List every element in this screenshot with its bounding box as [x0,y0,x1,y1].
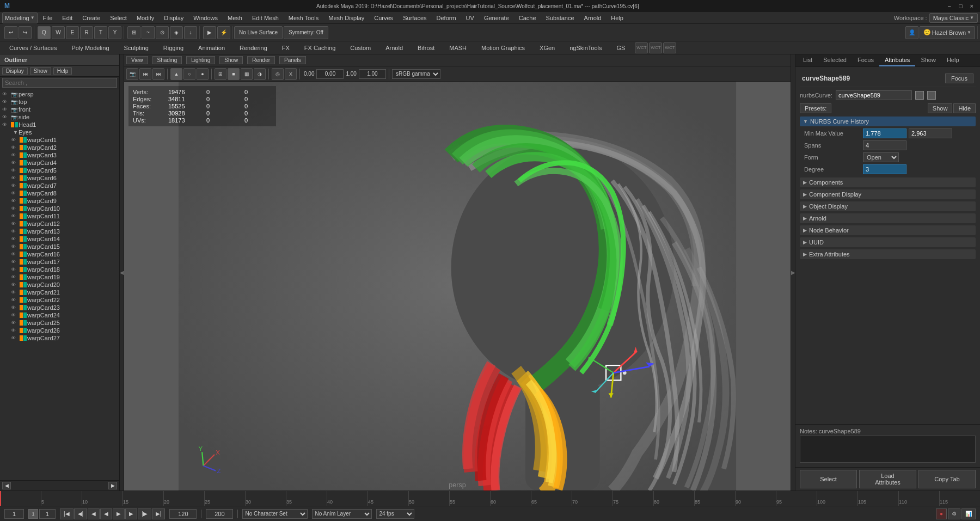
menu-mesh-display[interactable]: Mesh Display [324,14,369,22]
rpt-show[interactable]: Show [915,54,941,66]
tree-item-warpcard26[interactable]: 👁 warpCard26 [0,327,119,334]
play-fwd-btn[interactable]: ▶ [125,508,137,519]
view-menu[interactable]: View [126,56,148,64]
camera-tools-btn[interactable]: 👤 [905,26,918,39]
tab-gs[interactable]: GS [610,42,633,53]
tree-item-persp[interactable]: 👁 📷 persp [0,90,119,98]
menu-edit[interactable]: Edit [58,14,77,22]
tree-item-warpcard11[interactable]: 👁 warpCard11 [0,212,119,220]
tree-item-warpcard7[interactable]: 👁 warpCard7 [0,182,119,189]
tab-arnold[interactable]: Arnold [378,42,410,53]
step-fwd-btn[interactable]: |▶ [138,508,151,519]
notes-textarea[interactable] [800,436,976,463]
tab-rendering[interactable]: Rendering [232,42,274,53]
tree-item-warpcard25[interactable]: 👁 warpCard25 [0,319,119,327]
go-to-start-btn[interactable]: |◀ [60,508,74,519]
close-btn[interactable]: × [968,3,976,9]
menu-mesh[interactable]: Mesh [223,14,247,22]
universal-tool-btn[interactable]: T [94,26,107,39]
point-snap-btn[interactable]: ⊙ [156,26,169,39]
tree-item-warpcard18[interactable]: 👁 warpCard18 [0,266,119,273]
status-icon-2[interactable]: 📊 [961,508,976,519]
tree-item-warpcard27[interactable]: 👁 warpCard27 [0,334,119,342]
no-live-surface-btn[interactable]: No Live Surface [234,26,283,39]
rpt-help[interactable]: Help [941,54,965,66]
rpt-list[interactable]: List [798,54,818,66]
next-frame-btn[interactable]: ▶ [113,508,125,519]
tree-item-front[interactable]: 👁 📷 front [0,106,119,113]
tab-animation[interactable]: Animation [191,42,232,53]
min-value-input[interactable] [863,128,906,138]
play-back-btn[interactable]: ◀ [88,508,100,519]
show-menu[interactable]: Show [219,56,243,64]
redo-btn[interactable]: ↪ [19,26,32,39]
select-button[interactable]: Select [800,470,857,488]
vt-xray-btn[interactable]: X [285,68,297,80]
viewport-canvas[interactable]: X Y Z persp Verts: 19476 0 0 Edg [124,82,791,491]
panels-menu[interactable]: Panels [279,56,306,64]
hide-button[interactable]: Hide [953,103,976,113]
workspace-selector[interactable]: Maya Classic ▼ [929,13,978,23]
vt-camera-btn[interactable]: 📷 [126,68,138,80]
tree-item-warpcard8[interactable]: 👁 warpCard8 [0,189,119,197]
tree-item-warpcard23[interactable]: 👁 warpCard23 [0,304,119,311]
tree-item-side[interactable]: 👁 📷 side [0,113,119,121]
vt-texture-btn[interactable]: ▦ [241,68,253,80]
scale-tool-btn[interactable]: R [80,26,93,39]
menu-substance[interactable]: Substance [542,14,579,22]
menu-display[interactable]: Display [160,14,188,22]
status-icon-1[interactable]: ⚙ [948,508,960,519]
tree-item-head1[interactable]: 👁 Head1 [0,121,119,128]
render-menu[interactable]: Render [247,56,275,64]
vt-lasso-btn[interactable]: ○ [183,68,195,80]
show-button[interactable]: Show [928,103,953,113]
anim-layer-select[interactable]: No Anim Layer [312,509,372,519]
menu-help[interactable]: Help [607,14,628,22]
vt-wireframe-btn[interactable]: ⊞ [215,68,226,80]
scroll-left-btn[interactable]: ◀ [2,482,11,489]
live-snap-btn[interactable]: ↓ [184,26,197,39]
playback-end-input[interactable] [169,509,197,519]
right-panel-collapse[interactable]: ▶ [791,54,795,491]
tab-poly-modeling[interactable]: Poly Modeling [64,42,116,53]
tree-item-warpcard13[interactable]: 👁 warpCard13 [0,228,119,235]
character-set-select[interactable]: No Character Set [242,509,308,519]
degree-input[interactable] [863,164,906,174]
tree-item-top[interactable]: 👁 📷 top [0,98,119,106]
minimize-btn[interactable]: − [945,3,953,9]
tree-item-warpcard1[interactable]: 👁 warpCard1 [0,136,119,144]
tree-item-warpcard3[interactable]: 👁 warpCard3 [0,151,119,159]
tree-item-warpcard15[interactable]: 👁 warpCard15 [0,243,119,250]
copy-tab-button[interactable]: Copy Tab [918,470,976,488]
tree-item-warpcard14[interactable]: 👁 warpCard14 [0,235,119,243]
rpt-selected[interactable]: Selected [818,54,852,66]
autokey-btn[interactable]: ● [936,508,947,519]
prev-frame-btn[interactable]: ◀ [100,508,112,519]
playback-start-input[interactable] [39,509,56,519]
focus-button[interactable]: Focus [945,73,973,83]
tab-rigging[interactable]: Rigging [156,42,191,53]
menu-edit-mesh[interactable]: Edit Mesh [248,14,283,22]
symmetry-btn[interactable]: Symmetry: Off [284,26,328,39]
extra-attributes-header[interactable]: ▶ Extra Attributes [800,249,976,259]
tree-item-warpcard10[interactable]: 👁 warpCard10 [0,205,119,212]
tab-ngskintools[interactable]: ngSkinTools [562,42,609,53]
ipr-btn[interactable]: ⚡ [217,26,230,39]
rpt-attributes[interactable]: Attributes [879,54,915,66]
tree-item-warpcard2[interactable]: 👁 warpCard2 [0,144,119,151]
menu-select[interactable]: Select [106,14,131,22]
tree-item-warpcard20[interactable]: 👁 warpCard20 [0,281,119,289]
node-behavior-header[interactable]: ▶ Node Behavior [800,225,976,235]
go-to-end-btn[interactable]: ▶| [152,508,166,519]
tree-item-warpcard19[interactable]: 👁 warpCard19 [0,273,119,281]
menu-surfaces[interactable]: Surfaces [399,14,431,22]
vt-frame-btn[interactable]: ⏭ [152,68,164,80]
max-value-input[interactable] [909,128,952,138]
last-tool-btn[interactable]: Y [108,26,121,39]
outliner-search-input[interactable] [2,78,117,88]
shading-menu[interactable]: Shading [152,56,182,64]
current-frame-input[interactable] [4,509,24,519]
lighting-menu[interactable]: Lighting [186,56,215,64]
tab-bifrost[interactable]: Bifrost [411,42,442,53]
menu-curves[interactable]: Curves [370,14,397,22]
